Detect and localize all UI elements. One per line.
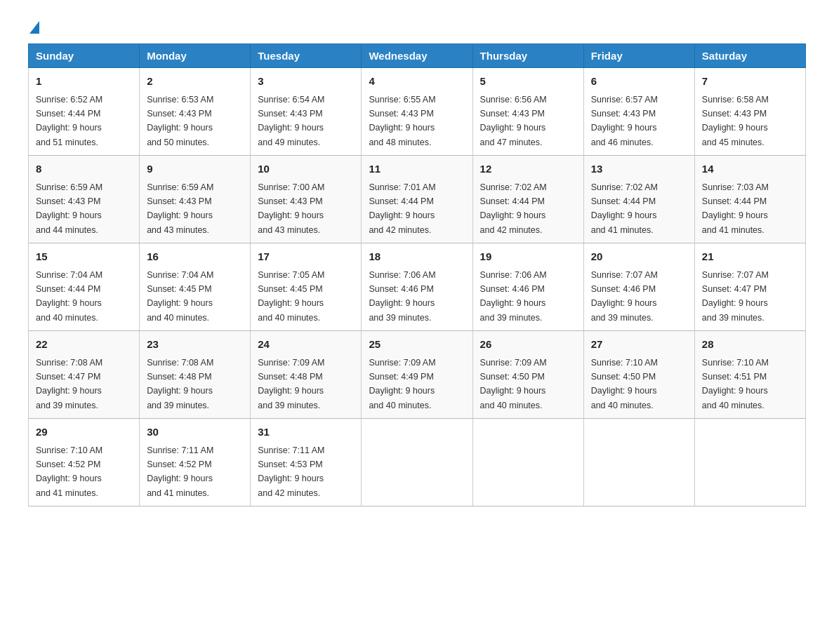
day-number: 17 [258, 249, 354, 265]
calendar-cell: 27 Sunrise: 7:10 AMSunset: 4:50 PMDaylig… [583, 331, 694, 419]
calendar-cell: 7 Sunrise: 6:58 AMSunset: 4:43 PMDayligh… [694, 68, 805, 156]
day-info: Sunrise: 7:07 AMSunset: 4:46 PMDaylight:… [591, 270, 658, 323]
calendar-cell: 14 Sunrise: 7:03 AMSunset: 4:44 PMDaylig… [694, 156, 805, 243]
calendar-cell: 28 Sunrise: 7:10 AMSunset: 4:51 PMDaylig… [694, 331, 805, 419]
day-info: Sunrise: 7:09 AMSunset: 4:49 PMDaylight:… [369, 358, 435, 410]
calendar-cell [472, 419, 583, 507]
day-number: 12 [480, 161, 576, 177]
day-number: 29 [36, 424, 132, 441]
day-number: 27 [591, 337, 687, 353]
col-header-sunday: Sunday [29, 44, 140, 68]
calendar-cell: 24 Sunrise: 7:09 AMSunset: 4:48 PMDaylig… [251, 331, 362, 419]
calendar-cell [362, 419, 472, 507]
calendar-cell: 29 Sunrise: 7:10 AMSunset: 4:52 PMDaylig… [29, 419, 140, 507]
calendar-cell: 21 Sunrise: 7:07 AMSunset: 4:47 PMDaylig… [694, 243, 805, 331]
calendar-cell: 26 Sunrise: 7:09 AMSunset: 4:50 PMDaylig… [472, 331, 583, 419]
day-info: Sunrise: 7:01 AMSunset: 4:44 PMDaylight:… [369, 182, 435, 235]
calendar-cell: 3 Sunrise: 6:54 AMSunset: 4:43 PMDayligh… [251, 68, 362, 156]
day-number: 1 [36, 74, 132, 90]
calendar-week-row: 8 Sunrise: 6:59 AMSunset: 4:43 PMDayligh… [29, 156, 806, 243]
day-number: 4 [369, 74, 465, 90]
day-info: Sunrise: 7:11 AMSunset: 4:53 PMDaylight:… [258, 445, 324, 498]
calendar-cell: 2 Sunrise: 6:53 AMSunset: 4:43 PMDayligh… [140, 68, 251, 156]
day-number: 23 [147, 337, 243, 353]
logo [28, 21, 39, 29]
day-number: 31 [258, 424, 354, 441]
day-info: Sunrise: 7:07 AMSunset: 4:47 PMDaylight:… [702, 270, 769, 323]
calendar-cell: 23 Sunrise: 7:08 AMSunset: 4:48 PMDaylig… [140, 331, 251, 419]
day-info: Sunrise: 6:54 AMSunset: 4:43 PMDaylight:… [258, 95, 324, 147]
day-number: 11 [369, 161, 465, 177]
day-info: Sunrise: 7:09 AMSunset: 4:50 PMDaylight:… [480, 358, 547, 410]
calendar-week-row: 1 Sunrise: 6:52 AMSunset: 4:44 PMDayligh… [29, 68, 806, 156]
day-info: Sunrise: 7:05 AMSunset: 4:45 PMDaylight:… [258, 270, 324, 323]
calendar-header-row: SundayMondayTuesdayWednesdayThursdayFrid… [29, 44, 806, 68]
day-number: 3 [258, 74, 354, 90]
day-number: 19 [480, 249, 576, 265]
calendar-cell: 17 Sunrise: 7:05 AMSunset: 4:45 PMDaylig… [251, 243, 362, 331]
calendar-cell: 1 Sunrise: 6:52 AMSunset: 4:44 PMDayligh… [29, 68, 140, 156]
day-info: Sunrise: 7:03 AMSunset: 4:44 PMDaylight:… [702, 182, 769, 235]
day-info: Sunrise: 7:08 AMSunset: 4:48 PMDaylight:… [147, 358, 213, 410]
day-info: Sunrise: 7:10 AMSunset: 4:50 PMDaylight:… [591, 358, 658, 410]
col-header-friday: Friday [583, 44, 694, 68]
header [28, 21, 806, 29]
day-info: Sunrise: 7:10 AMSunset: 4:52 PMDaylight:… [36, 445, 102, 498]
day-info: Sunrise: 7:04 AMSunset: 4:44 PMDaylight:… [36, 270, 102, 323]
calendar-cell: 10 Sunrise: 7:00 AMSunset: 4:43 PMDaylig… [251, 156, 362, 243]
day-info: Sunrise: 6:59 AMSunset: 4:43 PMDaylight:… [36, 182, 102, 235]
calendar-cell: 6 Sunrise: 6:57 AMSunset: 4:43 PMDayligh… [583, 68, 694, 156]
day-info: Sunrise: 6:52 AMSunset: 4:44 PMDaylight:… [36, 95, 102, 147]
calendar-cell: 8 Sunrise: 6:59 AMSunset: 4:43 PMDayligh… [29, 156, 140, 243]
calendar-cell: 30 Sunrise: 7:11 AMSunset: 4:52 PMDaylig… [140, 419, 251, 507]
day-info: Sunrise: 6:59 AMSunset: 4:43 PMDaylight:… [147, 182, 213, 235]
day-info: Sunrise: 6:58 AMSunset: 4:43 PMDaylight:… [702, 95, 769, 147]
day-number: 13 [591, 161, 687, 177]
day-number: 30 [147, 424, 243, 441]
calendar-week-row: 29 Sunrise: 7:10 AMSunset: 4:52 PMDaylig… [29, 419, 806, 507]
logo-general [28, 21, 39, 32]
logo-triangle-icon [29, 21, 39, 34]
day-info: Sunrise: 6:56 AMSunset: 4:43 PMDaylight:… [480, 95, 547, 147]
col-header-thursday: Thursday [472, 44, 583, 68]
calendar-cell: 16 Sunrise: 7:04 AMSunset: 4:45 PMDaylig… [140, 243, 251, 331]
calendar-cell: 22 Sunrise: 7:08 AMSunset: 4:47 PMDaylig… [29, 331, 140, 419]
day-info: Sunrise: 6:53 AMSunset: 4:43 PMDaylight:… [147, 95, 213, 147]
calendar-table: SundayMondayTuesdayWednesdayThursdayFrid… [28, 43, 806, 507]
day-info: Sunrise: 6:55 AMSunset: 4:43 PMDaylight:… [369, 95, 435, 147]
calendar-cell: 18 Sunrise: 7:06 AMSunset: 4:46 PMDaylig… [362, 243, 472, 331]
calendar-cell [694, 419, 805, 507]
day-info: Sunrise: 7:06 AMSunset: 4:46 PMDaylight:… [369, 270, 435, 323]
col-header-monday: Monday [140, 44, 251, 68]
calendar-cell: 31 Sunrise: 7:11 AMSunset: 4:53 PMDaylig… [251, 419, 362, 507]
day-number: 15 [36, 249, 132, 265]
calendar-cell: 12 Sunrise: 7:02 AMSunset: 4:44 PMDaylig… [472, 156, 583, 243]
day-number: 2 [147, 74, 243, 90]
day-info: Sunrise: 6:57 AMSunset: 4:43 PMDaylight:… [591, 95, 658, 147]
col-header-wednesday: Wednesday [362, 44, 472, 68]
calendar-cell: 25 Sunrise: 7:09 AMSunset: 4:49 PMDaylig… [362, 331, 472, 419]
day-number: 5 [480, 74, 576, 90]
day-info: Sunrise: 7:06 AMSunset: 4:46 PMDaylight:… [480, 270, 547, 323]
day-info: Sunrise: 7:02 AMSunset: 4:44 PMDaylight:… [480, 182, 547, 235]
calendar-cell: 9 Sunrise: 6:59 AMSunset: 4:43 PMDayligh… [140, 156, 251, 243]
calendar-week-row: 15 Sunrise: 7:04 AMSunset: 4:44 PMDaylig… [29, 243, 806, 331]
day-info: Sunrise: 7:10 AMSunset: 4:51 PMDaylight:… [702, 358, 769, 410]
day-number: 10 [258, 161, 354, 177]
day-info: Sunrise: 7:11 AMSunset: 4:52 PMDaylight:… [147, 445, 213, 498]
calendar-cell: 13 Sunrise: 7:02 AMSunset: 4:44 PMDaylig… [583, 156, 694, 243]
col-header-saturday: Saturday [694, 44, 805, 68]
calendar-cell: 15 Sunrise: 7:04 AMSunset: 4:44 PMDaylig… [29, 243, 140, 331]
calendar-cell: 5 Sunrise: 6:56 AMSunset: 4:43 PMDayligh… [472, 68, 583, 156]
day-number: 7 [702, 74, 798, 90]
day-number: 28 [702, 337, 798, 353]
col-header-tuesday: Tuesday [251, 44, 362, 68]
day-number: 9 [147, 161, 243, 177]
day-number: 24 [258, 337, 354, 353]
day-number: 22 [36, 337, 132, 353]
day-number: 20 [591, 249, 687, 265]
calendar-cell: 20 Sunrise: 7:07 AMSunset: 4:46 PMDaylig… [583, 243, 694, 331]
calendar-week-row: 22 Sunrise: 7:08 AMSunset: 4:47 PMDaylig… [29, 331, 806, 419]
day-number: 16 [147, 249, 243, 265]
day-number: 8 [36, 161, 132, 177]
